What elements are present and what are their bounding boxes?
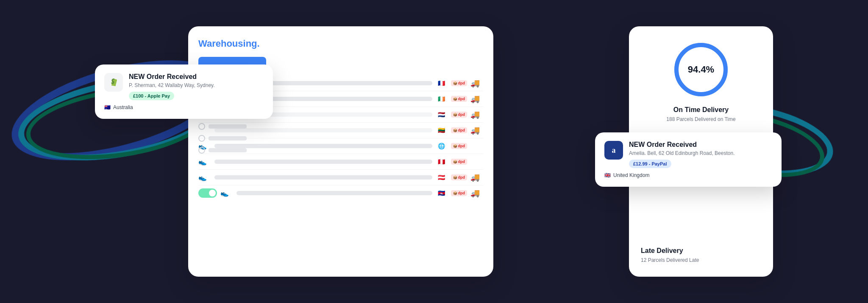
on-time-title: On Time Delivery (673, 106, 729, 114)
amazon-icon: a (604, 141, 623, 160)
list-item (198, 135, 247, 142)
late-delivery-title: Late Delivery (641, 247, 761, 255)
truck-icon: 🚚 (470, 110, 483, 119)
truck-icon: 🚚 (470, 79, 483, 88)
toggle-switch[interactable] (198, 188, 217, 198)
order-title-left: NEW Order Received (129, 73, 215, 81)
country-name-left: Australia (113, 104, 133, 110)
order-info-right: NEW Order Received Amelia. Bell, 62 Old … (629, 141, 734, 168)
app-title-text: Warehousing (198, 38, 257, 49)
on-time-subtitle: 188 Parcels Delivered on Time (666, 116, 735, 122)
late-delivery-section: Late Delivery 12 Parcels Delivered Late (641, 247, 761, 263)
app-title: Warehousing. (198, 38, 483, 49)
flag-lithuania: 🇱🇹 (436, 126, 448, 135)
order-card-right: a NEW Order Received Amelia. Bell, 62 Ol… (595, 132, 782, 187)
table-row: 👟 🇦🇹 📦dpd 🚚 (198, 170, 483, 185)
order-header-right: a NEW Order Received Amelia. Bell, 62 Ol… (604, 141, 772, 168)
dpd-badge: 📦dpd (451, 174, 467, 180)
checkbox[interactable] (198, 147, 205, 154)
flag-peru: 🇵🇪 (436, 157, 448, 166)
flag-ireland: 🇮🇪 (436, 94, 448, 104)
dpd-badge: 📦dpd (451, 159, 467, 165)
order-card-left: NEW Order Received P. Sherman, 42 Wallab… (95, 65, 273, 119)
donut-chart: 94.4% (671, 40, 731, 99)
app-title-dot: . (257, 38, 260, 49)
list-bar (209, 136, 247, 140)
list-bar (209, 124, 247, 129)
dpd-badge: 📦dpd (451, 96, 467, 102)
order-title-right: NEW Order Received (629, 141, 734, 149)
flag-icon-right: 🇬🇧 (604, 172, 611, 178)
country-tag-left: 🇦🇺 Australia (104, 104, 264, 110)
checkbox[interactable] (198, 123, 205, 130)
country-tag-right: 🇬🇧 United Kingdom (604, 172, 772, 178)
dpd-badge: 📦dpd (451, 190, 467, 196)
shopify-icon (104, 73, 123, 92)
flag-austria: 🇦🇹 (436, 173, 448, 182)
late-delivery-subtitle: 12 Parcels Delivered Late (641, 257, 761, 263)
payment-badge-left: £100 - Apple Pay (129, 92, 174, 100)
dpd-badge: 📦dpd (451, 143, 467, 149)
order-address-left: P. Sherman, 42 Wallaby Way, Sydney. (129, 82, 215, 88)
flag-netherlands: 🇳🇱 (436, 110, 448, 119)
order-info-left: NEW Order Received P. Sherman, 42 Wallab… (129, 73, 215, 100)
list-bar (209, 148, 247, 152)
shoe-icon: 👟 (198, 174, 211, 182)
flag-cambodia: 🇰🇭 (436, 188, 448, 198)
order-address-right: Amelia. Bell, 62 Old Edinburgh Road, Bee… (629, 150, 734, 156)
truck-icon: 🚚 (470, 94, 483, 104)
checkbox[interactable] (198, 135, 205, 142)
order-header-left: NEW Order Received P. Sherman, 42 Wallab… (104, 73, 264, 100)
flag-france: 🇫🇷 (436, 79, 448, 88)
dpd-badge: 📦dpd (451, 80, 467, 86)
truck-icon: 🚚 (470, 126, 483, 135)
country-name-right: United Kingdom (613, 172, 649, 178)
table-row: 👟 🇰🇭 📦dpd 🚚 (198, 185, 483, 201)
flag-world: 🌐 (436, 141, 448, 151)
list-item (198, 147, 247, 154)
shoe-icon: 👟 (198, 158, 211, 166)
list-item (198, 123, 247, 130)
table-row: 👟 🇵🇪 📦dpd (198, 154, 483, 170)
dpd-badge: 📦dpd (451, 127, 467, 133)
truck-icon: 🚚 (470, 188, 483, 198)
payment-badge-right: £12.99 - PayPal (629, 160, 671, 168)
dashboard-card: Warehousing. 👟 🇫🇷 📦dpd 🚚 👟 🇮🇪 📦dpd 🚚 (188, 26, 493, 277)
donut-percent-label: 94.4% (688, 64, 714, 75)
scene: Warehousing. 👟 🇫🇷 📦dpd 🚚 👟 🇮🇪 📦dpd 🚚 (95, 14, 773, 289)
shoe-icon: 👟 (220, 189, 233, 197)
flag-icon-left: 🇦🇺 (104, 104, 111, 110)
dpd-badge: 📦dpd (451, 112, 467, 118)
truck-icon: 🚚 (470, 173, 483, 182)
